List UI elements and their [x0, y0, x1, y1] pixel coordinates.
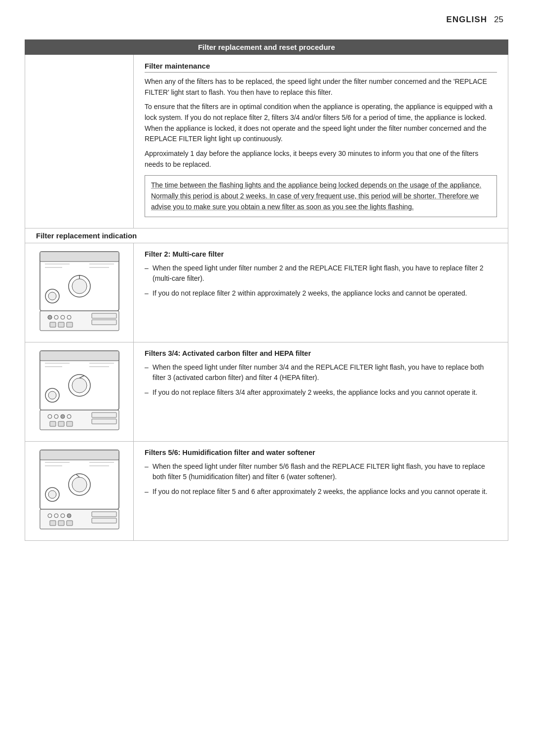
svg-rect-34: [50, 421, 56, 426]
filter56-title: Filters 5/6: Humidification filter and w…: [145, 449, 497, 456]
filter34-list: When the speed light under filter number…: [145, 362, 497, 398]
filter-replacement-title-row: Filter replacement indication: [25, 228, 508, 243]
filter2-bullet2: If you do not replace filter 2 within ap…: [145, 288, 497, 299]
svg-point-32: [61, 415, 65, 418]
filter2-row: Filter 2: Multi-care filter When the spe…: [25, 243, 508, 342]
filter-maintenance-left: [25, 55, 134, 228]
filter-maintenance-section: Filter maintenance When any of the filte…: [25, 55, 508, 228]
svg-rect-37: [92, 413, 116, 417]
svg-rect-16: [92, 320, 116, 325]
page-header: ENGLISH 25: [25, 15, 508, 25]
main-content: Filter replacement and reset procedure F…: [25, 39, 508, 541]
svg-rect-38: [92, 419, 116, 424]
svg-point-48: [72, 477, 87, 492]
filter2-title: Filter 2: Multi-care filter: [145, 250, 497, 258]
filter56-list: When the speed light under filter number…: [145, 461, 497, 497]
svg-rect-23: [40, 351, 119, 361]
filter-maintenance-para3: Approximately 1 day before the appliance…: [145, 149, 497, 170]
svg-rect-58: [92, 512, 116, 517]
filter34-image-col: [25, 342, 134, 441]
filter2-diagram: [33, 249, 126, 336]
svg-rect-44: [40, 450, 119, 460]
svg-line-49: [76, 474, 79, 477]
filter56-text-col: Filters 5/6: Humidification filter and w…: [134, 442, 508, 540]
filter-maintenance-para1: When any of the filters has to be replac…: [145, 76, 497, 98]
filter34-row: Filters 3/4: Activated carbon filter and…: [25, 342, 508, 442]
svg-rect-36: [67, 421, 73, 426]
svg-rect-55: [50, 521, 56, 526]
svg-point-25: [48, 391, 56, 399]
svg-rect-15: [92, 313, 116, 318]
language-label: ENGLISH: [446, 15, 487, 24]
filter34-bullet2: If you do not replace filters 3/4 after …: [145, 387, 497, 398]
svg-rect-35: [58, 421, 64, 426]
filter34-text-col: Filters 3/4: Activated carbon filter and…: [134, 342, 508, 441]
filter-replacement-title: Filter replacement indication: [36, 231, 497, 240]
filter-maintenance-right: Filter maintenance When any of the filte…: [134, 55, 508, 228]
svg-point-5: [72, 279, 87, 294]
svg-point-46: [48, 491, 56, 498]
content-area: Filter maintenance When any of the filte…: [25, 55, 508, 541]
filter34-bullet1: When the speed light under filter number…: [145, 362, 497, 383]
filter2-list: When the speed light under filter number…: [145, 263, 497, 299]
svg-line-28: [79, 376, 84, 378]
filter56-image-col: [25, 442, 134, 540]
filter56-row: Filters 5/6: Humidification filter and w…: [25, 442, 508, 540]
page-number: 25: [494, 15, 503, 24]
svg-rect-57: [67, 521, 73, 526]
svg-rect-14: [67, 322, 73, 327]
filter56-diagram: [33, 448, 126, 534]
main-section-title: Filter replacement and reset procedure: [25, 39, 508, 55]
filter-maintenance-title: Filter maintenance: [145, 62, 497, 73]
filter56-bullet2: If you do not replace filter 5 and 6 aft…: [145, 487, 497, 497]
svg-point-21: [48, 315, 52, 319]
svg-rect-12: [50, 322, 56, 327]
filter34-diagram: [33, 348, 126, 435]
svg-rect-1: [40, 252, 119, 262]
page: ENGLISH 25 Filter replacement and reset …: [0, 0, 533, 756]
svg-rect-56: [58, 521, 64, 526]
filter-maintenance-highlighted: The time between the flashing lights and…: [145, 175, 497, 217]
filter56-bullet1: When the speed light under filter number…: [145, 461, 497, 483]
svg-rect-59: [92, 518, 116, 523]
filter34-title: Filters 3/4: Activated carbon filter and…: [145, 349, 497, 357]
filter2-image-col: [25, 243, 134, 342]
filter2-text-col: Filter 2: Multi-care filter When the spe…: [134, 243, 508, 342]
filter-maintenance-para2: To ensure that the filters are in optima…: [145, 102, 497, 145]
svg-point-27: [72, 378, 87, 393]
filter2-bullet1: When the speed light under filter number…: [145, 263, 497, 284]
svg-rect-13: [58, 322, 64, 327]
svg-point-3: [48, 292, 56, 300]
svg-point-54: [67, 514, 71, 518]
